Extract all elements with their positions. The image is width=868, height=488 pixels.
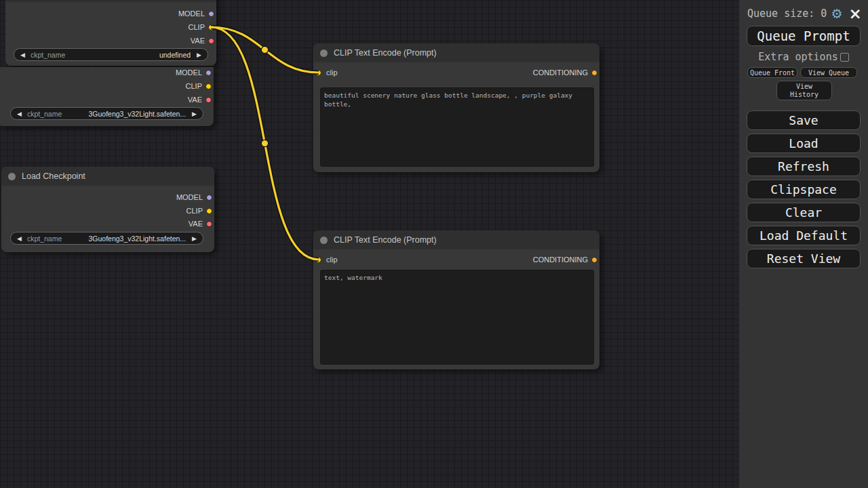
clipspace-button[interactable]: Clipspace [747,180,861,199]
port-label: MODEL [178,9,205,18]
ckpt-name-combo-widget[interactable]: ◀ ckpt_name 3Guofeng3_v32Light.safeten..… [10,107,203,120]
view-queue-button[interactable]: View Queue [800,67,857,78]
node-title: CLIP Text Encode (Prompt) [334,235,437,245]
widget-label: ckpt_name [31,51,65,59]
port-label: MODEL [176,193,203,201]
clip-link-positive[interactable] [211,27,319,73]
output-row-vae: VAE [189,220,212,228]
clip-input-dot[interactable] [315,70,321,76]
vae-port-dot[interactable] [205,97,212,103]
ckpt-name-combo-widget[interactable]: ◀ ckpt_name 3Guofeng3_v32Light.safeten..… [10,232,203,245]
prev-value-arrow-icon[interactable]: ◀ [17,235,22,242]
port-label: CLIP [189,23,205,31]
view-history-button[interactable]: View History [776,81,832,100]
collapse-dot-icon[interactable] [320,237,328,244]
model-port-dot[interactable] [206,195,212,201]
widget-value: 3Guofeng3_v32Light.safeten... [88,110,186,118]
link-midpoint-dot[interactable] [261,46,268,53]
conditioning-port-dot[interactable] [591,257,597,263]
ckpt-name-combo-widget[interactable]: ◀ ckpt_name undefined ▶ [14,48,208,61]
port-label: CONDITIONING [533,256,588,264]
port-label: MODEL [176,68,202,77]
checkpoint-node-top[interactable]: MODEL CLIP VAE ◀ ckpt_name undefined ▶ [5,0,216,66]
output-row-conditioning: CONDITIONING [533,68,597,77]
model-port-dot[interactable] [208,11,214,17]
node-title-bar[interactable] [5,0,216,2]
save-button[interactable]: Save [747,110,861,130]
queue-front-button[interactable]: Queue Front [747,67,797,78]
clip-link-negative[interactable] [211,27,319,260]
view-history-line2: History [790,91,818,99]
widget-label: ckpt_name [27,235,62,243]
output-row-model: MODEL [176,68,212,77]
output-row-vae: VAE [191,37,214,45]
port-label: clip [326,68,338,77]
next-value-arrow-icon[interactable]: ▶ [192,235,197,242]
collapse-dot-icon[interactable] [320,49,328,57]
checkpoint-node-mid[interactable]: MODEL CLIP VAE ◀ ckpt_name 3Guofeng3_v32… [0,67,214,126]
refresh-button[interactable]: Refresh [747,157,861,176]
queue-size-label: Queue size: 0 [747,7,827,20]
load-checkpoint-node[interactable]: Load Checkpoint MODEL CLIP VAE ◀ ckpt_na… [1,167,214,252]
node-title-bar[interactable]: CLIP Text Encode (Prompt) [313,43,599,62]
model-port-dot[interactable] [205,70,212,76]
queue-prompt-button[interactable]: Queue Prompt [747,26,861,46]
input-row-clip: clip [315,68,338,77]
node-graph-canvas[interactable]: MODEL CLIP VAE ◀ ckpt_name undefined ▶ M… [0,0,739,488]
output-row-conditioning: CONDITIONING [533,256,597,264]
clip-input-dot[interactable] [315,257,321,263]
node-title: CLIP Text Encode (Prompt) [334,48,437,58]
collapse-dot-icon[interactable] [8,173,16,180]
input-row-clip: clip [315,256,338,264]
output-row-clip: CLIP [186,82,212,90]
reset-view-button[interactable]: Reset View [747,249,861,268]
clip-text-encode-node-positive[interactable]: CLIP Text Encode (Prompt) clip CONDITION… [313,43,599,172]
conditioning-port-dot[interactable] [591,70,597,76]
load-default-button[interactable]: Load Default [747,226,861,245]
output-row-model: MODEL [178,9,214,18]
prev-value-arrow-icon[interactable]: ◀ [20,52,25,58]
node-title: Load Checkpoint [22,171,85,181]
clip-port-dot[interactable] [205,83,212,89]
port-label: CLIP [186,82,202,90]
output-row-clip: CLIP [186,207,212,215]
port-label: VAE [191,37,205,45]
clear-button[interactable]: Clear [747,203,861,222]
widget-value: undefined [159,51,191,59]
port-label: CLIP [186,207,203,215]
extra-options-label: Extra options [758,51,837,63]
widget-label: ckpt_name [27,110,62,118]
port-label: clip [326,256,338,264]
port-label: VAE [188,96,202,104]
prompt-textarea[interactable]: beautiful scenery nature glass bottle la… [320,87,594,167]
clip-link-outline [211,27,319,260]
output-row-clip: CLIP [189,23,214,31]
menu-header: Queue size: 0 ⚙ × [739,5,868,22]
vae-port-dot[interactable] [208,38,214,44]
vae-port-dot[interactable] [206,221,212,227]
settings-gear-icon[interactable]: ⚙ [831,7,842,20]
close-icon[interactable]: × [848,7,861,20]
clip-text-encode-node-negative[interactable]: CLIP Text Encode (Prompt) clip CONDITION… [313,230,599,369]
widget-value: 3Guofeng3_v32Light.safeten... [88,235,186,243]
next-value-arrow-icon[interactable]: ▶ [197,52,201,58]
view-history-line1: View [796,83,812,91]
port-label: VAE [189,220,203,228]
prompt-textarea[interactable]: text, watermark [320,270,594,365]
node-title-bar[interactable]: CLIP Text Encode (Prompt) [313,230,599,249]
prev-value-arrow-icon[interactable]: ◀ [17,110,22,117]
output-row-model: MODEL [176,193,212,201]
next-value-arrow-icon[interactable]: ▶ [192,110,197,117]
extra-options-row: Extra options [739,52,868,62]
port-label: CONDITIONING [533,68,588,77]
extra-options-checkbox[interactable] [840,53,849,62]
output-row-vae: VAE [188,96,212,104]
clip-link-outline [211,27,319,73]
node-title-bar[interactable]: Load Checkpoint [1,167,214,186]
clip-port-dot[interactable] [208,24,214,30]
load-button[interactable]: Load [747,134,861,153]
comfy-menu-panel: Queue size: 0 ⚙ × Queue Prompt Extra opt… [739,0,868,488]
link-midpoint-dot[interactable] [261,140,268,146]
clip-port-dot[interactable] [206,208,212,214]
